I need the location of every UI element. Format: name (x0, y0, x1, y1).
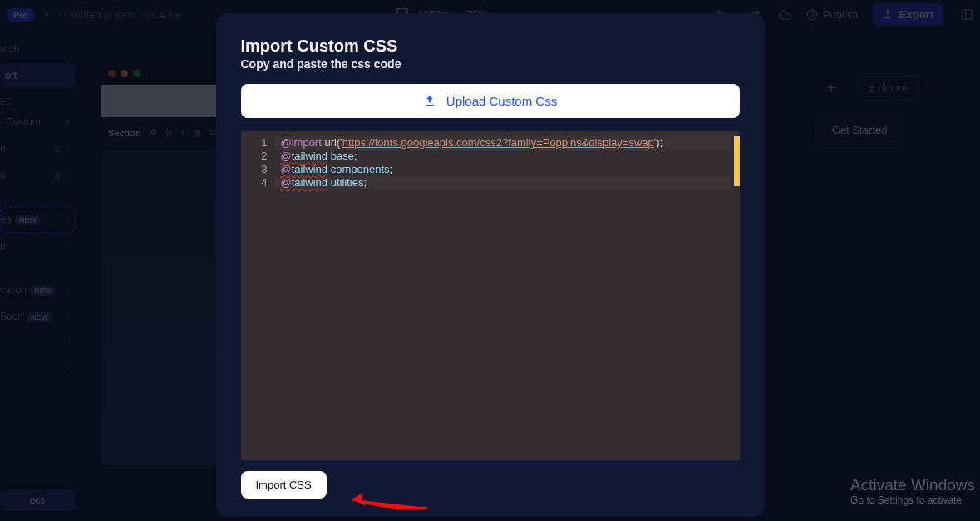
watermark-title: Activate Windows (850, 476, 975, 494)
watermark-sub: Go to Settings to activate (850, 494, 975, 506)
upload-label: Upload Custom Css (446, 94, 557, 108)
scroll-indicator (734, 136, 740, 186)
upload-icon (423, 95, 436, 108)
code-area[interactable]: @import url('https://fonts.googleapis.co… (274, 131, 740, 460)
windows-watermark: Activate Windows Go to Settings to activ… (850, 476, 975, 506)
import-css-modal: Import Custom CSS Copy and paste the css… (216, 13, 765, 517)
modal-subtitle: Copy and paste the css code (241, 57, 740, 71)
upload-css-button[interactable]: Upload Custom Css (241, 84, 740, 118)
import-css-button[interactable]: Import CSS (241, 471, 327, 499)
modal-overlay[interactable]: Import Custom CSS Copy and paste the css… (0, 0, 980, 521)
css-editor[interactable]: 1 2 3 4 @import url('https://fonts.googl… (241, 131, 740, 460)
line-gutter: 1 2 3 4 (241, 131, 274, 460)
modal-title: Import Custom CSS (241, 37, 740, 56)
